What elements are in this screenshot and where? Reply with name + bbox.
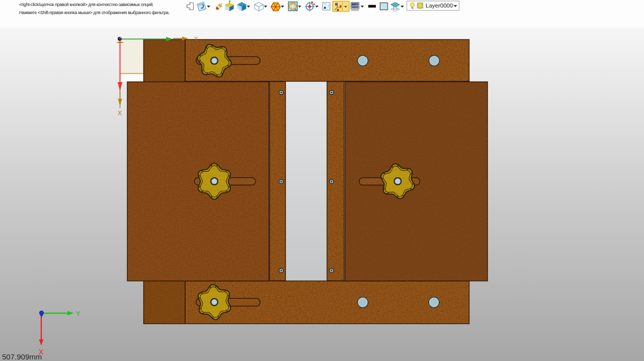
- svg-text:Y: Y: [194, 36, 198, 42]
- svg-text:X: X: [118, 110, 122, 117]
- svg-text:Y: Y: [76, 310, 81, 318]
